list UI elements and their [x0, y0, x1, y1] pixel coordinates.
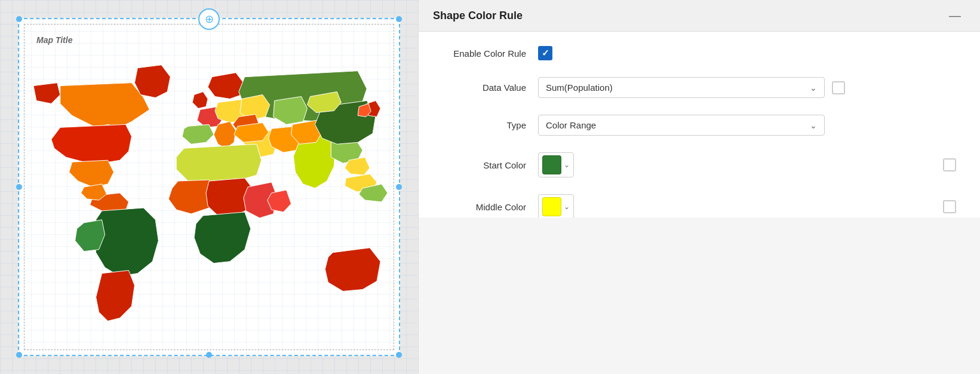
data-value-row: Data Value Sum(Population) ⌄ [443, 77, 956, 98]
panel-header: Shape Color Rule — [419, 0, 980, 32]
panel-body: Enable Color Rule Data Value Sum(Populat… [419, 32, 980, 217]
data-value-select-value: Sum(Population) [546, 82, 613, 93]
type-chevron-icon: ⌄ [810, 121, 817, 130]
map-inner-border: Map Title [24, 24, 394, 350]
middle-color-checkbox[interactable] [943, 200, 956, 213]
resize-handle-tl[interactable] [16, 16, 22, 22]
data-value-chevron-icon: ⌄ [810, 83, 817, 93]
resize-handle-ml[interactable] [16, 184, 22, 190]
minimize-button[interactable]: — [944, 8, 966, 23]
enable-color-rule-row: Enable Color Rule [443, 46, 956, 60]
enable-color-rule-label: Enable Color Rule [443, 48, 526, 59]
data-value-select[interactable]: Sum(Population) ⌄ [538, 77, 825, 98]
type-select[interactable]: Color Range ⌄ [538, 115, 825, 136]
middle-color-button[interactable]: ⌄ [538, 194, 574, 217]
move-handle[interactable]: ⊕ [198, 8, 220, 30]
type-label: Type [443, 120, 526, 130]
resize-handle-bm[interactable] [206, 352, 212, 358]
resize-handle-mr[interactable] [396, 184, 402, 190]
enable-color-rule-checkbox[interactable] [538, 46, 552, 60]
start-color-swatch [542, 155, 561, 174]
right-panel: Shape Color Rule — Enable Color Rule Dat… [418, 0, 980, 374]
start-color-row: Start Color ⌄ [443, 152, 956, 177]
panel-footer [419, 217, 980, 375]
data-value-checkbox[interactable] [832, 81, 845, 94]
panel-title: Shape Color Rule [433, 10, 523, 22]
map-panel: ⊕ Map Title [0, 0, 418, 374]
start-color-control: ⌄ [538, 152, 956, 177]
start-color-label: Start Color [443, 160, 526, 170]
resize-handle-bl[interactable] [16, 352, 22, 358]
world-map [24, 36, 394, 350]
middle-color-row: Middle Color ⌄ [443, 194, 956, 217]
data-value-control: Sum(Population) ⌄ [538, 77, 956, 98]
resize-handle-br[interactable] [396, 352, 402, 358]
type-row: Type Color Range ⌄ [443, 115, 956, 136]
middle-color-swatch [542, 197, 561, 216]
middle-color-label: Middle Color [443, 202, 526, 212]
middle-color-chevron-icon: ⌄ [564, 203, 570, 211]
type-select-value: Color Range [546, 120, 596, 130]
type-control: Color Range ⌄ [538, 115, 956, 136]
map-canvas[interactable]: ⊕ Map Title [18, 18, 400, 356]
start-color-chevron-icon: ⌄ [564, 161, 570, 169]
middle-color-control: ⌄ [538, 194, 956, 217]
data-value-label: Data Value [443, 82, 526, 93]
enable-color-rule-control [538, 46, 956, 60]
start-color-button[interactable]: ⌄ [538, 152, 574, 177]
resize-handle-tr[interactable] [396, 16, 402, 22]
start-color-checkbox[interactable] [943, 158, 956, 171]
